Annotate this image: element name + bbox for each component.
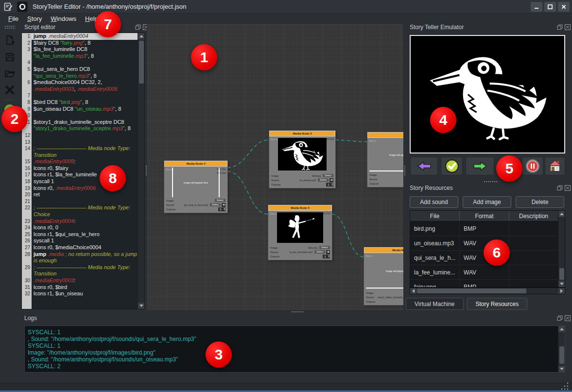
column-header-file[interactable]: File (410, 211, 460, 221)
splitter-handle[interactable] (145, 165, 148, 176)
code-line[interactable]: 12 (22, 132, 138, 139)
open-button[interactable] (3, 67, 17, 80)
minimize-button[interactable] (531, 2, 542, 12)
select-image-button[interactable]: Select (323, 174, 333, 177)
select-sound-button[interactable]: Select (210, 203, 221, 206)
splitter-handle[interactable] (404, 165, 406, 176)
scroll-down-icon[interactable] (138, 303, 145, 309)
scroll-up-icon[interactable] (558, 211, 565, 217)
code-line[interactable]: 23.mediaEntry0004: (22, 218, 138, 225)
node-graph-canvas[interactable]: Media Node 4 Port In Port Out Port Out I… (147, 23, 404, 311)
menu-item-file[interactable]: File (4, 15, 23, 23)
select-sound-button[interactable]: Select (318, 178, 329, 182)
table-horizontal-scrollbar[interactable] (410, 288, 565, 294)
menu-item-windows[interactable]: Windows (46, 15, 81, 23)
toolbar-drag-handle[interactable] (4, 25, 15, 29)
outputs-stepper[interactable]: 2 (218, 207, 225, 211)
close-panel-icon[interactable] (565, 315, 571, 321)
code-line[interactable]: 9$un_oiseau DC8 "un_oiseau.mp3", 8 (22, 106, 138, 113)
close-panel-icon[interactable] (565, 185, 571, 191)
code-line[interactable]: 25lcons r1, $qui_sera_le_hero (22, 231, 138, 238)
close-project-button[interactable] (3, 83, 17, 97)
scroll-down-icon[interactable] (558, 366, 565, 372)
code-line[interactable]: 6$mediaChoice0004 DC32, 2, .mediaEntry00… (22, 79, 138, 92)
float-panel-icon[interactable] (557, 315, 563, 321)
node-title[interactable]: Media Node 6 (364, 247, 404, 253)
node-title[interactable]: Media Node 3 (269, 131, 335, 136)
code-line[interactable]: 7 (22, 92, 138, 99)
resize-grip-icon[interactable] (560, 382, 569, 391)
column-header-description[interactable]: Description (509, 211, 558, 221)
code-line[interactable]: 5$qui_sera_le_hero DC8 "qui_sera_le_hero… (22, 66, 138, 79)
scroll-right-icon[interactable] (558, 288, 565, 294)
select-image-button[interactable]: Select (215, 199, 225, 202)
code-line[interactable]: 27lcons r0, $mediaChoice0004 (22, 244, 138, 251)
media-node-3[interactable]: Media Node 3 Port In Port Out Image bird… (269, 131, 335, 188)
code-line[interactable]: 10 (22, 112, 138, 119)
tab-story-resources[interactable]: Story Resources (467, 298, 528, 310)
play-sound-button[interactable] (326, 250, 330, 254)
table-vertical-scrollbar[interactable] (558, 210, 565, 288)
outputs-stepper[interactable]: 1 (326, 183, 333, 187)
port-in-label[interactable]: Port In (270, 212, 277, 215)
code-line[interactable]: 14; ---------------------------- Media n… (22, 145, 138, 158)
forward-button[interactable] (466, 157, 494, 175)
code-line[interactable]: 29; ---------------------------- Media n… (22, 264, 138, 277)
add-image-button[interactable]: Add image (463, 196, 511, 208)
code-line[interactable]: 32lcons r1, $un_oiseau (22, 290, 138, 297)
code-line[interactable]: 28jump .media ; no return possible, so a… (22, 251, 138, 264)
code-line[interactable]: 15.mediaEntry0005: (22, 158, 138, 165)
code-line[interactable]: 2$fairy DC8 "fairy.png", 8 (22, 40, 138, 47)
maximize-button[interactable] (544, 2, 556, 12)
column-header-format[interactable]: Format (460, 211, 509, 221)
code-line[interactable]: 26syscall 1 (22, 238, 138, 244)
logs-output[interactable]: SYSCALL: 1, Sound: "/home/anthony/ostpro… (24, 325, 565, 373)
play-sound-button[interactable] (222, 203, 225, 207)
scroll-down-icon[interactable] (558, 281, 565, 287)
table-row[interactable]: fairy.pngBMP (410, 280, 565, 288)
node-title[interactable]: Media Node 4 (164, 161, 227, 167)
media-node-clipped[interactable]: Media Node Port In Image will appear her… (367, 132, 404, 187)
node-title[interactable]: Media Node 5 (268, 205, 332, 211)
code-line[interactable]: 24lcons r0, 0 (22, 224, 138, 231)
node-title[interactable]: Media Node (367, 132, 404, 138)
add-sound-button[interactable]: Add sound (410, 196, 458, 208)
media-node-4[interactable]: Media Node 4 Port In Port Out Port Out I… (164, 161, 227, 213)
tab-virtual-machine[interactable]: Virtual Machine (406, 298, 464, 310)
port-in-label[interactable]: Port In (271, 138, 278, 141)
code-line[interactable]: 1jump .mediaEntry0004 (22, 33, 138, 40)
scrollbar-thumb[interactable] (559, 268, 564, 280)
splitter-handle[interactable] (291, 311, 304, 313)
script-editor[interactable]: 1jump .mediaEntry00042$fairy DC8 "fairy.… (21, 33, 145, 309)
back-button[interactable] (410, 157, 438, 175)
float-panel-icon[interactable] (557, 24, 563, 30)
table-row[interactable]: bird.pngBMP (410, 222, 565, 236)
pause-button[interactable] (522, 157, 543, 175)
code-line[interactable]: 30.mediaEntry0003: (22, 277, 138, 284)
logs-scrollbar[interactable] (558, 326, 565, 372)
code-line[interactable]: 8$bird DC8 "bird.png", 8 (22, 99, 138, 106)
close-window-button[interactable] (558, 2, 570, 12)
code-line[interactable]: 4 (22, 59, 138, 66)
code-line[interactable]: 20ret (22, 191, 138, 198)
code-line[interactable]: 22; ---------------------------- Media n… (22, 205, 138, 218)
code-line[interactable]: 21 (22, 198, 138, 205)
menu-item-story[interactable]: Story (23, 15, 46, 23)
float-panel-icon[interactable] (135, 24, 141, 30)
script-editor-scrollbar[interactable] (138, 33, 144, 309)
play-sound-button[interactable] (329, 178, 333, 182)
save-button[interactable] (3, 50, 17, 64)
code-line[interactable]: 13 (22, 139, 138, 146)
new-file-button[interactable] (3, 34, 17, 47)
scrollbar-thumb[interactable] (417, 289, 526, 293)
code-line[interactable]: 31lcons r0, $bird (22, 284, 138, 291)
code-line[interactable]: 3$la_fee_luminelle DC8 "la_fee_luminelle… (22, 46, 138, 59)
scroll-left-icon[interactable] (410, 288, 416, 294)
media-node-5[interactable]: Media Node 5 Port In Port Out Image fair… (268, 205, 332, 260)
scrollbar-thumb[interactable] (559, 346, 564, 364)
close-panel-icon[interactable] (565, 24, 571, 30)
scroll-up-icon[interactable] (138, 33, 145, 39)
scroll-up-icon[interactable] (558, 326, 565, 332)
select-image-button[interactable]: Select (319, 246, 330, 249)
ok-button[interactable] (441, 157, 463, 175)
